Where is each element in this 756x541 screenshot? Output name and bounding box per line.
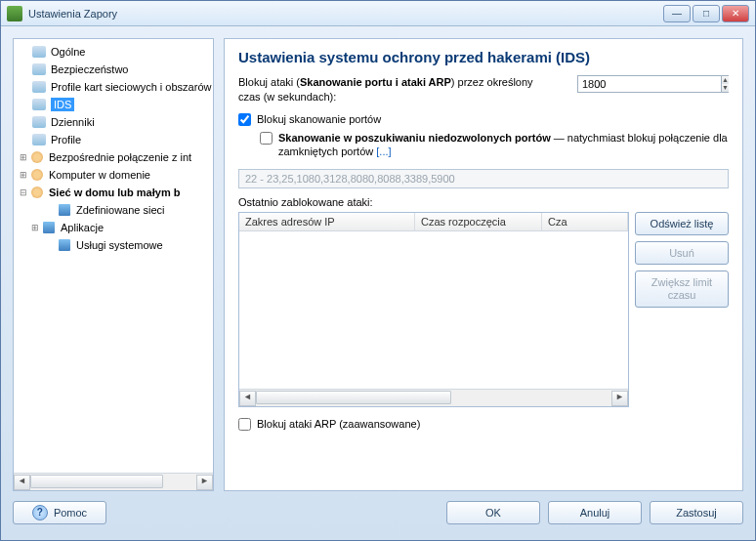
nav-tree: Ogólne Bezpieczeństwo Profile kart sieci…: [14, 39, 213, 473]
tree-item-profiles[interactable]: Profile: [14, 131, 213, 148]
cancel-button[interactable]: Anuluj: [548, 501, 642, 524]
block-arp-checkbox[interactable]: Blokuj ataki ARP (zaawansowane): [238, 417, 729, 432]
window-title: Ustawienia Zapory: [28, 8, 663, 20]
sidebar: Ogólne Bezpieczeństwo Profile kart sieci…: [13, 38, 214, 491]
timeout-input[interactable]: [578, 76, 721, 92]
main-panel: Ustawienia systemu ochrony przed hakeram…: [224, 38, 743, 491]
maximize-button[interactable]: □: [693, 5, 720, 22]
app-icon: [7, 6, 22, 21]
delete-button[interactable]: Usuń: [635, 241, 729, 265]
close-button[interactable]: ✕: [722, 5, 749, 22]
spin-down-icon[interactable]: ▼: [721, 84, 729, 92]
apply-button[interactable]: Zastosuj: [650, 501, 743, 524]
scroll-thumb[interactable]: [30, 475, 163, 488]
tree-item-security[interactable]: Bezpieczeństwo: [14, 61, 213, 78]
spin-up-icon[interactable]: ▲: [721, 76, 729, 84]
tree-item-ids[interactable]: IDS: [14, 96, 213, 113]
scroll-right-icon[interactable]: ►: [196, 475, 213, 490]
tree-item-profiles-nic[interactable]: Profile kart sieciowych i obszarów: [14, 78, 213, 96]
table-hscroll[interactable]: ◄ ►: [239, 389, 628, 406]
tree-item-services[interactable]: Usługi systemowe: [14, 236, 213, 254]
refresh-button[interactable]: Odśwież listę: [635, 212, 729, 235]
sidebar-hscroll[interactable]: ◄ ►: [14, 473, 213, 490]
th-time[interactable]: Cza: [542, 213, 628, 230]
attacks-table: Zakres adresów IP Czas rozpoczęcia Cza ◄…: [238, 212, 629, 407]
tree-item-defined-nets[interactable]: Zdefiniowane sieci: [14, 201, 213, 219]
tree-item-domain[interactable]: ⊞Komputer w domenie: [14, 166, 213, 184]
scroll-right-icon[interactable]: ►: [611, 391, 628, 406]
increase-timeout-button[interactable]: Zwiększ limit czasu: [635, 270, 729, 308]
tree-item-logs[interactable]: Dzienniki: [14, 113, 213, 131]
attacks-table-body: [239, 231, 628, 389]
expand-icon[interactable]: ⊞: [18, 152, 29, 162]
tree-item-home-net[interactable]: ⊟Sieć w domu lub małym b: [14, 184, 213, 201]
collapse-icon[interactable]: ⊟: [18, 187, 29, 197]
scan-forbidden-input[interactable]: [260, 132, 273, 145]
minimize-button[interactable]: —: [663, 5, 691, 22]
th-start-time[interactable]: Czas rozpoczęcia: [415, 213, 542, 230]
timeout-stepper[interactable]: ▲ ▼: [577, 75, 729, 93]
block-arp-input[interactable]: [238, 418, 251, 431]
tree-item-general[interactable]: Ogólne: [14, 43, 213, 61]
ports-config-link[interactable]: [...]: [376, 146, 391, 157]
ports-input[interactable]: [238, 169, 729, 188]
tree-item-apps[interactable]: ⊞Aplikacje: [14, 219, 213, 236]
ok-button[interactable]: OK: [446, 501, 540, 524]
block-attacks-label: Blokuj ataki (Skanowanie portu i ataki A…: [238, 75, 558, 104]
scroll-left-icon[interactable]: ◄: [239, 391, 256, 406]
block-portscan-input[interactable]: [238, 113, 251, 126]
help-icon: ?: [32, 505, 48, 520]
th-ip-range[interactable]: Zakres adresów IP: [239, 213, 415, 230]
block-portscan-checkbox[interactable]: Blokuj skanowanie portów: [238, 112, 729, 127]
scan-forbidden-checkbox[interactable]: Skanowanie w poszukiwaniu niedozwolonych…: [260, 131, 729, 160]
page-title: Ustawienia systemu ochrony przed hakeram…: [238, 49, 729, 65]
help-button[interactable]: ? Pomoc: [13, 501, 106, 524]
tree-item-direct[interactable]: ⊞Bezpośrednie połączenie z int: [14, 148, 213, 166]
recent-attacks-label: Ostatnio zablokowane ataki:: [238, 196, 729, 208]
scroll-left-icon[interactable]: ◄: [14, 475, 30, 490]
titlebar: Ustawienia Zapory — □ ✕: [1, 1, 755, 26]
expand-icon[interactable]: ⊞: [29, 223, 41, 232]
expand-icon[interactable]: ⊞: [18, 170, 29, 180]
scroll-thumb[interactable]: [256, 391, 451, 404]
